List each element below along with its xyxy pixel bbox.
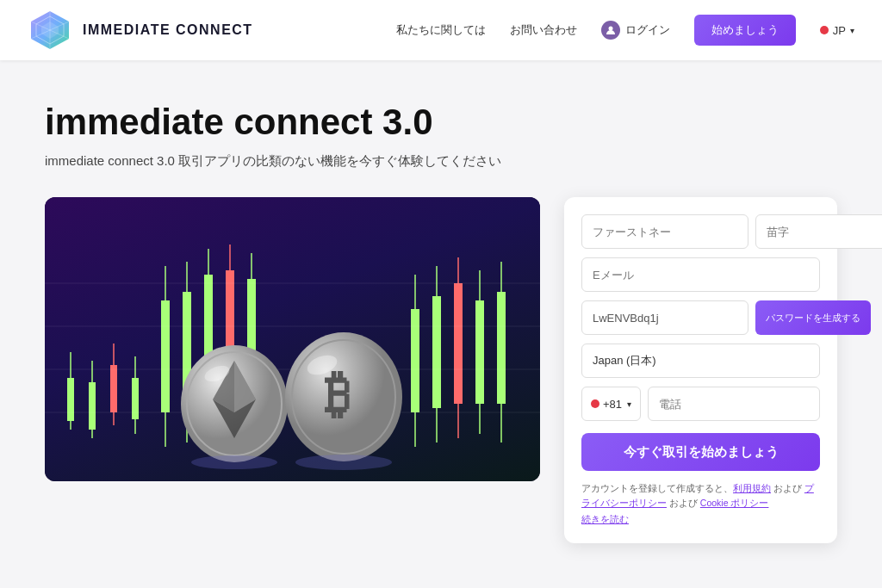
chevron-down-icon: ▾ [850, 26, 854, 35]
password-input[interactable] [581, 300, 748, 335]
disclaimer-prefix: アカウントを登録して作成すると、 [581, 483, 733, 493]
country-selector[interactable]: Japan (日本) [581, 344, 820, 378]
read-more-link[interactable]: 続きを読む [581, 512, 820, 527]
jp-flag [820, 26, 829, 34]
hero-subtitle: immediate connect 3.0 取引アプリの比類のない機能を今すぐ体… [45, 153, 837, 170]
name-row [581, 214, 820, 249]
svg-point-45 [191, 455, 277, 469]
phone-prefix-value: +81 [603, 398, 622, 411]
phone-row: +81 ▾ [581, 387, 820, 421]
user-icon [601, 21, 620, 40]
start-button[interactable]: 始めましょう [694, 15, 796, 46]
nav-contact[interactable]: お問い合わせ [510, 22, 577, 38]
logo-icon [28, 8, 72, 53]
login-label: ログイン [625, 22, 670, 38]
content-row: ₿ パスワードを生成する [45, 197, 837, 543]
phone-input[interactable] [648, 387, 820, 421]
logo-area: IMMEDIATE CONNECT [28, 8, 253, 53]
terms-link[interactable]: 利用規約 [733, 483, 771, 493]
submit-button[interactable]: 今すぐ取引を始めましょう [581, 433, 820, 471]
phone-prefix-selector[interactable]: +81 ▾ [581, 387, 641, 421]
phone-flag-icon [591, 399, 599, 408]
lang-label: JP [833, 24, 846, 37]
email-input[interactable] [581, 257, 820, 292]
password-row: パスワードを生成する [581, 300, 820, 335]
disclaimer-text: アカウントを登録して作成すると、利用規約 および プライバシーポリシー および … [581, 481, 820, 526]
ethereum-coin [174, 335, 295, 473]
cookie-link[interactable]: Cookie ポリシー [700, 498, 769, 508]
svg-text:₿: ₿ [325, 366, 351, 424]
language-selector[interactable]: JP ▾ [820, 24, 854, 37]
generate-password-button[interactable]: パスワードを生成する [755, 300, 871, 335]
nav-login[interactable]: ログイン [601, 21, 670, 40]
coins-overlay: ₿ [45, 197, 540, 481]
chevron-down-icon: ▾ [627, 399, 631, 409]
bitcoin-coin: ₿ [277, 322, 411, 473]
first-name-input[interactable] [581, 214, 748, 249]
header: IMMEDIATE CONNECT 私たちに関しては お問い合わせ ログイン 始… [0, 0, 882, 60]
country-value: Japan (日本) [593, 353, 656, 368]
nav-about[interactable]: 私たちに関しては [396, 22, 486, 38]
hero-image-card: ₿ [45, 197, 540, 481]
registration-form: パスワードを生成する Japan (日本) +81 ▾ 今すぐ取引を始めましょう… [564, 197, 837, 543]
svg-point-6 [608, 27, 612, 31]
main-nav: 私たちに関しては お問い合わせ ログイン 始めましょう JP ▾ [396, 15, 854, 46]
hero-title: immediate connect 3.0 [45, 102, 837, 143]
last-name-input[interactable] [755, 214, 882, 249]
main-content: immediate connect 3.0 immediate connect … [0, 60, 882, 578]
svg-point-50 [295, 455, 392, 470]
brand-name: IMMEDIATE CONNECT [83, 22, 253, 38]
